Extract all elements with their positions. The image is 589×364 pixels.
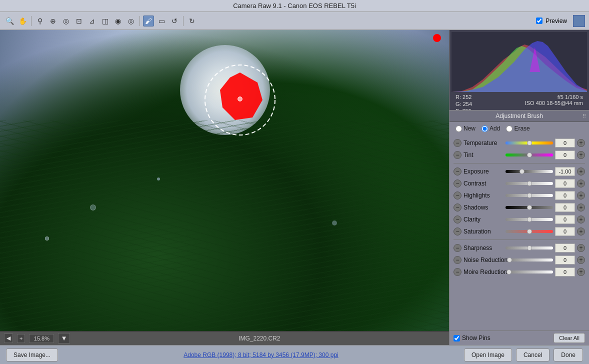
temperature-minus-btn[interactable]: − <box>454 139 462 147</box>
shadows-track[interactable] <box>506 206 553 209</box>
targeted-adjustment-tool[interactable]: ◎ <box>60 16 72 26</box>
color-info-link[interactable]: Adobe RGB (1998); 8 bit; 5184 by 3456 (1… <box>62 352 460 358</box>
add-radio-item[interactable]: Add <box>482 125 500 132</box>
graduated-filter-tool[interactable]: ▭ <box>156 16 167 26</box>
contrast-value[interactable]: 0 <box>555 179 575 188</box>
clarity-plus-btn[interactable]: + <box>577 216 585 224</box>
nav-prev-btn[interactable]: ◀ <box>4 334 13 343</box>
spot-removal-tool[interactable]: ◉ <box>112 16 124 26</box>
tint-plus-btn[interactable]: + <box>577 151 585 159</box>
moire-reduction-plus-btn[interactable]: + <box>577 268 585 276</box>
erase-radio[interactable] <box>506 126 512 132</box>
highlights-plus-btn[interactable]: + <box>577 192 585 200</box>
noise-reduction-plus-btn[interactable]: + <box>577 256 585 264</box>
moire-reduction-value[interactable]: 0 <box>555 268 575 276</box>
highlights-minus-btn[interactable]: − <box>454 192 462 200</box>
erase-label[interactable]: Erase <box>514 125 530 132</box>
clarity-minus-btn[interactable]: − <box>454 216 462 224</box>
exposure-thumb[interactable] <box>520 169 524 174</box>
saturation-minus-btn[interactable]: − <box>454 228 462 236</box>
selection-mask <box>200 60 280 140</box>
exposure-track[interactable] <box>506 170 553 173</box>
noise-reduction-track[interactable] <box>510 258 553 262</box>
save-image-button[interactable]: Save Image... <box>6 348 58 362</box>
panel-header-menu-icon[interactable]: ⠿ <box>582 114 586 119</box>
shadows-value[interactable]: 0 <box>555 203 575 212</box>
saturation-value[interactable]: 0 <box>555 227 575 236</box>
crop-tool[interactable]: ⊡ <box>74 16 84 26</box>
straighten-tool[interactable]: ⊿ <box>86 16 98 26</box>
zoom-dropdown-btn[interactable]: ▼ <box>58 333 70 344</box>
temperature-plus-btn[interactable]: + <box>577 139 585 147</box>
sharpness-minus-btn[interactable]: − <box>454 244 462 252</box>
clarity-value[interactable]: 0 <box>555 215 575 224</box>
moire-reduction-minus-btn[interactable]: − <box>454 268 462 276</box>
clarity-track[interactable] <box>506 218 553 221</box>
noise-reduction-thumb[interactable] <box>507 258 512 262</box>
add-label[interactable]: Add <box>490 125 500 132</box>
nav-add-btn[interactable]: + <box>17 334 25 343</box>
contrast-track[interactable] <box>506 182 553 185</box>
tint-thumb[interactable] <box>527 152 532 158</box>
content-area: ◀ + 15.8% ▼ IMG_2220.CR2 <box>0 30 589 345</box>
cancel-button[interactable]: Cancel <box>516 348 550 362</box>
temperature-track[interactable] <box>506 142 553 144</box>
moire-reduction-label: Moire Reduction <box>464 268 507 276</box>
add-radio[interactable] <box>482 126 488 132</box>
new-radio-item[interactable]: New <box>456 125 476 132</box>
tint-track[interactable] <box>506 154 553 156</box>
zoom-tool[interactable]: 🔍 <box>4 16 15 26</box>
contrast-plus-btn[interactable]: + <box>577 180 585 188</box>
noise-reduction-value[interactable]: 0 <box>555 256 575 264</box>
preview-label[interactable]: Preview <box>546 18 567 24</box>
exposure-value[interactable]: -1.00 <box>555 167 575 176</box>
transform-tool[interactable]: ◫ <box>100 16 110 26</box>
new-radio[interactable] <box>456 126 462 132</box>
saturation-thumb[interactable] <box>527 229 532 234</box>
shadows-plus-btn[interactable]: + <box>577 204 585 212</box>
temperature-value[interactable]: 0 <box>555 138 575 148</box>
highlights-thumb[interactable] <box>527 193 532 198</box>
preview-checkbox[interactable] <box>536 18 542 24</box>
radial-filter-tool[interactable]: ↺ <box>169 16 180 26</box>
clarity-thumb[interactable] <box>527 217 532 222</box>
sharpness-track[interactable] <box>506 246 553 250</box>
tint-minus-btn[interactable]: − <box>454 151 462 159</box>
adjustment-brush-tool[interactable]: 🖌 <box>143 16 154 26</box>
exposure-info: f/5 1/160 s <box>480 94 583 100</box>
show-pins-checkbox[interactable] <box>454 335 460 342</box>
done-button[interactable]: Done <box>554 348 583 362</box>
shadows-thumb[interactable] <box>527 205 532 210</box>
sharpness-plus-btn[interactable]: + <box>577 244 585 252</box>
highlights-track[interactable] <box>506 194 553 197</box>
sharpness-thumb[interactable] <box>527 246 532 250</box>
saturation-plus-btn[interactable]: + <box>577 228 585 236</box>
image-canvas[interactable] <box>0 30 449 331</box>
contrast-thumb[interactable] <box>527 181 532 186</box>
preferences-tool[interactable]: ↻ <box>186 16 198 26</box>
full-screen-btn[interactable] <box>573 15 585 27</box>
open-image-button[interactable]: Open Image <box>464 348 512 362</box>
clarity-slider-container <box>506 218 553 221</box>
hand-tool[interactable]: ✋ <box>17 16 28 26</box>
temperature-thumb[interactable] <box>527 140 532 146</box>
new-label[interactable]: New <box>464 125 476 132</box>
saturation-track[interactable] <box>506 230 553 233</box>
color-sampler-tool[interactable]: ⊕ <box>48 16 58 26</box>
shadows-minus-btn[interactable]: − <box>454 204 462 212</box>
erase-radio-item[interactable]: Erase <box>506 125 530 132</box>
white-balance-tool[interactable]: ⚲ <box>34 16 46 26</box>
highlights-value[interactable]: 0 <box>555 191 575 200</box>
exposure-slider-container <box>506 170 553 173</box>
moire-reduction-track[interactable] <box>509 270 553 274</box>
exposure-minus-btn[interactable]: − <box>454 168 462 176</box>
noise-reduction-minus-btn[interactable]: − <box>454 256 462 264</box>
moire-reduction-thumb[interactable] <box>506 270 512 274</box>
red-eye-tool[interactable]: ◎ <box>126 16 136 26</box>
show-pins-label[interactable]: Show Pins <box>454 334 490 342</box>
exposure-plus-btn[interactable]: + <box>577 168 585 176</box>
tint-value[interactable]: 0 <box>555 150 575 160</box>
clear-all-button[interactable]: Clear All <box>554 333 585 343</box>
contrast-minus-btn[interactable]: − <box>454 180 462 188</box>
sharpness-value[interactable]: 0 <box>555 244 575 252</box>
